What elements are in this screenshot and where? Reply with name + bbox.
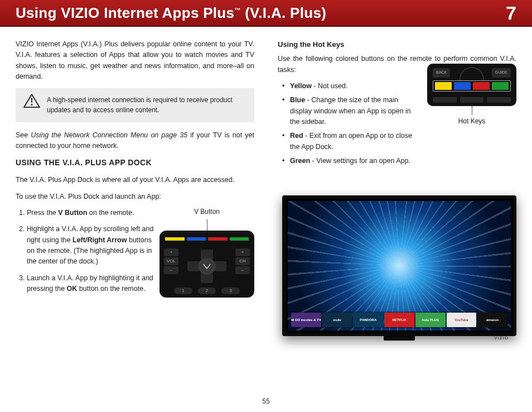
callout-line — [472, 106, 472, 115]
svg-point-1 — [31, 104, 33, 106]
color-buttons-row — [435, 82, 509, 90]
remote-illustration: V Button + VOL – + CH – — [159, 207, 254, 298]
v-button-icon — [198, 258, 216, 275]
left-column: VIZIO Internet Apps (V.I.A.) Plus delive… — [16, 39, 254, 300]
app-tile: M GO movies & TV — [291, 313, 321, 327]
remote-control-image: + VOL – + CH – 1 2 3 — [159, 231, 254, 298]
hotkey-green: Green - View settings for an open App. — [284, 156, 516, 166]
hotkeys-illustration: BACK GUIDE Hot Keys — [427, 64, 516, 127]
trademark-symbol: ™ — [234, 7, 240, 13]
vizio-logo: VIZIO — [494, 336, 509, 341]
back-button-label: BACK — [433, 68, 450, 78]
intro-paragraph: VIZIO Internet Apps (V.I.A.) Plus delive… — [16, 39, 254, 83]
app-tile: amazon — [477, 313, 507, 327]
page-title: Using VIZIO Internet Apps Plus™ (V.I.A. … — [16, 4, 506, 22]
v-button-label: V Button — [159, 207, 254, 217]
note-text: A high-speed internet connection is requ… — [47, 96, 233, 114]
section-heading: USING THE V.I.A. PLUS APP DOCK — [16, 157, 254, 169]
callout-line — [207, 219, 207, 231]
app-tile: NETFLIX — [384, 313, 414, 327]
chapter-number: 7 — [506, 2, 516, 24]
hotkey-red: Red - Exit from an open App or to close … — [284, 131, 516, 152]
dock-paragraph-1: The V.I.A. Plus App Dock is where all of… — [16, 175, 254, 185]
app-tile: YouTube — [447, 313, 477, 327]
number-row: 1 2 3 — [174, 288, 240, 294]
volume-rocker: + VOL – — [164, 247, 178, 275]
hotkeys-label: Hot Keys — [427, 116, 516, 127]
d-pad — [187, 250, 226, 283]
warning-icon — [23, 94, 40, 108]
channel-rocker: + CH – — [235, 247, 250, 275]
hotkeys-heading: Using the Hot Keys — [278, 39, 516, 50]
cross-reference: Using the Network Connection Menu on pag… — [31, 131, 187, 139]
title-prefix: Using VIZIO Internet Apps Plus — [16, 4, 234, 21]
warning-note: A high-speed internet connection is requ… — [16, 88, 254, 122]
app-tile: PANDORA — [353, 313, 383, 327]
app-dock: M GO movies & TVvuduPANDORANETFLIXhulu P… — [290, 312, 509, 328]
page-number: 55 — [0, 397, 532, 405]
app-tile: hulu PLUS — [415, 313, 446, 327]
see-also: See Using the Network Connection Menu on… — [16, 130, 254, 152]
guide-button-label: GUIDE — [492, 68, 511, 78]
tv-screen: M GO movies & TVvuduPANDORANETFLIXhulu P… — [288, 201, 511, 330]
title-suffix: (V.I.A. Plus) — [241, 4, 327, 21]
remote-top-image: BACK GUIDE — [427, 64, 516, 106]
chapter-header: Using VIZIO Internet Apps Plus™ (V.I.A. … — [0, 0, 532, 27]
app-tile: vudu — [322, 313, 352, 327]
tv-illustration: M GO movies & TVvuduPANDORANETFLIXhulu P… — [282, 195, 516, 336]
dock-paragraph-2: To use the V.I.A. Plus Dock and launch a… — [16, 191, 254, 202]
